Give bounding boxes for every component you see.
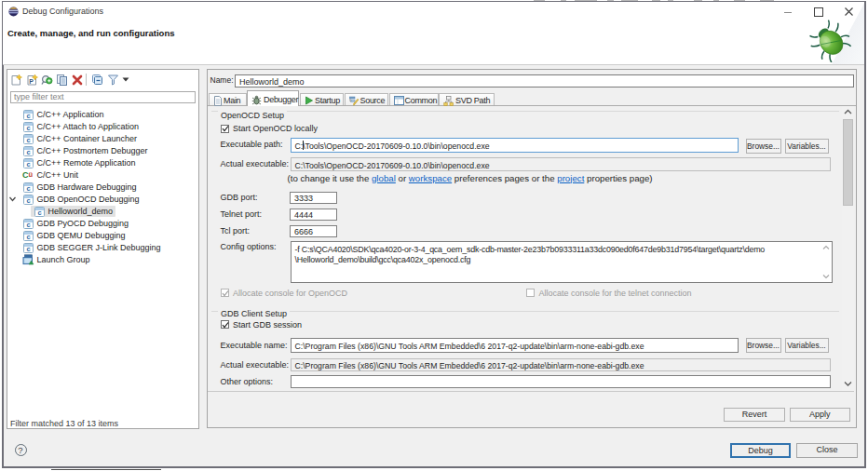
svg-text:P: P xyxy=(29,78,34,85)
